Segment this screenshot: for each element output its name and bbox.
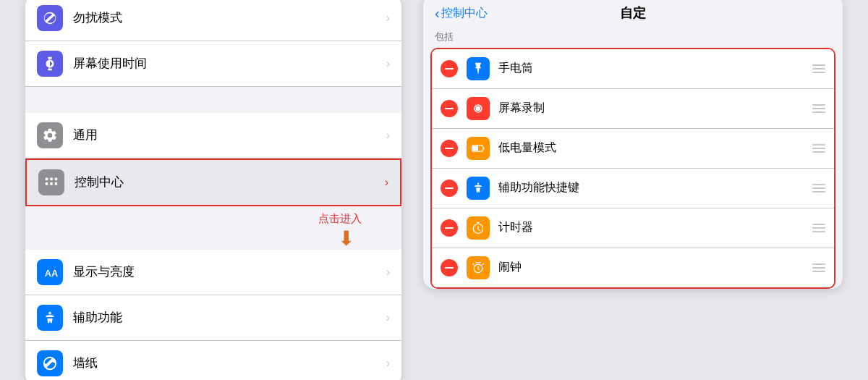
back-label: 控制中心 [441, 6, 488, 21]
section-label: 包括 [423, 28, 843, 48]
donotdisturb-label: 勿扰模式 [73, 9, 380, 26]
screenrecord-icon [467, 97, 490, 120]
minus-alarm[interactable] [441, 259, 458, 276]
screentime-label: 屏幕使用时间 [73, 55, 380, 72]
separator-1 [25, 87, 401, 113]
svg-rect-4 [55, 177, 58, 180]
svg-rect-14 [483, 147, 485, 149]
accessibility-icon [37, 305, 63, 331]
alarm-icon [467, 256, 490, 279]
screenrecord-label: 屏幕录制 [498, 101, 807, 116]
minus-timer[interactable] [441, 219, 458, 237]
right-header: ‹ 控制中心 自定 [423, 0, 843, 28]
svg-rect-1 [48, 68, 52, 70]
lowpower-label: 低电量模式 [498, 140, 807, 156]
settings-list: 勿扰模式 › 屏幕使用时间 › 通用 › [25, 0, 401, 380]
accessibility-label: 辅助功能 [73, 309, 380, 326]
drag-handle-accessibility-shortcut [812, 184, 825, 193]
left-panel: 勿扰模式 › 屏幕使用时间 › 通用 › [25, 0, 401, 380]
drag-handle-timer [812, 224, 825, 232]
svg-text:AA: AA [45, 268, 58, 279]
accessibility-chevron: › [386, 311, 390, 324]
donotdisturb-icon [37, 5, 63, 31]
settings-item-general[interactable]: 通用 › [25, 113, 401, 159]
drag-handle-lowpower [812, 144, 825, 153]
general-label: 通用 [73, 127, 380, 143]
svg-rect-17 [477, 221, 479, 223]
wallpaper-label: 墙纸 [73, 355, 380, 371]
screentime-icon [37, 51, 63, 77]
controlcenter-icon [38, 169, 64, 195]
back-chevron-icon: ‹ [435, 5, 440, 22]
svg-rect-3 [50, 177, 53, 180]
settings-item-accessibility[interactable]: 辅助功能 › [25, 295, 401, 341]
control-item-lowpower[interactable]: 低电量模式 [432, 129, 834, 169]
drag-handle-screenrecord [812, 104, 825, 113]
svg-rect-2 [46, 177, 48, 180]
flashlight-label: 手电筒 [498, 61, 807, 76]
minus-accessibility-shortcut[interactable] [441, 180, 458, 197]
controlcenter-label: 控制中心 [75, 174, 379, 190]
display-label: 显示与亮度 [73, 263, 380, 280]
main-container: 勿扰模式 › 屏幕使用时间 › 通用 › [25, 0, 843, 380]
svg-rect-5 [46, 182, 48, 185]
display-icon: AA [37, 259, 63, 285]
control-item-accessibility-shortcut[interactable]: 辅助功能快捷键 [432, 169, 834, 208]
svg-point-11 [476, 106, 481, 111]
control-item-screenrecord[interactable]: 屏幕录制 [432, 89, 834, 129]
alarm-label: 闹钟 [498, 260, 807, 275]
control-list: 手电筒 屏幕录制 低电量模式 [430, 48, 835, 289]
screentime-chevron: › [386, 57, 390, 70]
control-item-timer[interactable]: 计时器 [432, 208, 834, 248]
back-button[interactable]: ‹ 控制中心 [435, 5, 488, 22]
svg-point-9 [48, 311, 51, 314]
right-panel: ‹ 控制中心 自定 包括 手电筒 屏幕录制 [423, 0, 843, 289]
accessibility-shortcut-label: 辅助功能快捷键 [498, 180, 807, 195]
control-item-alarm[interactable]: 闹钟 [432, 248, 834, 287]
control-item-flashlight[interactable]: 手电筒 [432, 49, 834, 89]
timer-label: 计时器 [498, 220, 807, 235]
wallpaper-chevron: › [386, 357, 390, 370]
settings-item-screentime[interactable]: 屏幕使用时间 › [25, 41, 401, 87]
settings-item-donotdisturb[interactable]: 勿扰模式 › [25, 0, 401, 41]
settings-item-display[interactable]: AA 显示与亮度 › [25, 250, 401, 295]
annotation-area: 点击进入 ⬇ [25, 206, 401, 250]
settings-item-controlcenter[interactable]: 控制中心 › [25, 159, 401, 206]
minus-lowpower[interactable] [441, 140, 458, 157]
flashlight-icon [467, 57, 490, 80]
settings-item-wallpaper[interactable]: 墙纸 › [25, 341, 401, 381]
lowpower-icon [467, 137, 490, 160]
minus-screenrecord[interactable] [441, 100, 458, 117]
click-label: 点击进入 [318, 212, 362, 226]
right-title: 自定 [620, 4, 646, 22]
svg-point-15 [477, 182, 480, 185]
drag-handle-alarm [812, 263, 825, 272]
display-chevron: › [386, 266, 390, 279]
donotdisturb-chevron: › [386, 12, 390, 25]
minus-flashlight[interactable] [441, 60, 458, 77]
timer-icon [467, 216, 490, 240]
general-chevron: › [386, 129, 390, 142]
controlcenter-chevron: › [385, 176, 388, 189]
accessibility-shortcut-icon [467, 177, 490, 200]
general-icon [37, 122, 63, 148]
svg-rect-0 [48, 56, 52, 59]
arrow-icon: ⬇ [338, 227, 354, 250]
svg-rect-13 [473, 145, 479, 151]
svg-rect-7 [55, 182, 58, 185]
svg-rect-6 [50, 182, 53, 185]
wallpaper-icon [37, 350, 63, 376]
drag-handle-flashlight [812, 64, 825, 73]
